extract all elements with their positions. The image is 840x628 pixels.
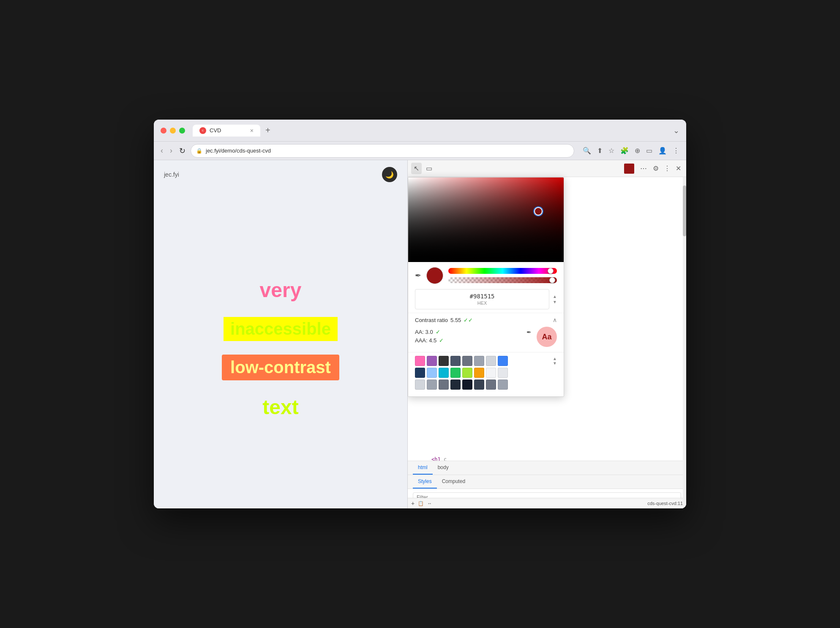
swatch-lime[interactable] [462,368,472,378]
add-styles-button[interactable]: + [411,500,415,507]
new-tab-button[interactable]: + [262,126,274,135]
active-tab[interactable]: c CVD × [193,125,260,137]
address-bar[interactable]: 🔒 jec.fyi/demo/cds-quest-cvd [191,144,574,158]
html-line[interactable]: <h1 c [408,455,686,461]
contrast-expand-button[interactable]: ∧ [553,317,557,323]
swatch-darkgray1[interactable] [450,380,461,390]
aaa-rating: AAA: 4.5 ✓ [415,337,532,344]
minimize-button[interactable] [170,128,176,134]
aa-eyedropper-button[interactable]: ✒ [526,329,532,336]
tab-body[interactable]: body [433,461,454,475]
reload-button[interactable]: ↻ [177,145,187,157]
contrast-details: AA: 3.0 ✓ ✒ AAA: 4.5 ✓ Aa [415,323,557,347]
color-cursor[interactable] [534,207,543,216]
color-picker-popup: ✒ #981515 HEX [408,177,564,397]
search-button[interactable]: 🔍 [581,145,593,156]
chrome-titlebar: c CVD × + ⌄ [154,120,686,142]
inspector-tool-button[interactable]: ↖ [411,163,422,174]
styles-tabs-row: Styles Computed [408,475,686,489]
swatch-gray7[interactable] [486,380,496,390]
swatch-pink[interactable] [415,356,425,366]
swatch-lightgray1[interactable] [486,368,496,378]
swatch-dark1[interactable] [439,356,449,366]
devtools-scrollbar[interactable] [683,177,686,508]
extensions-button[interactable]: 🧩 [619,145,630,156]
device-emulation-button[interactable]: ▭ [423,163,435,174]
swatch-lightgray2[interactable] [498,368,508,378]
swatch-darkgray3[interactable] [474,380,484,390]
profile-button[interactable]: 👤 [657,145,668,156]
contrast-ratings: AA: 3.0 ✓ ✒ AAA: 4.5 ✓ [415,329,532,345]
swatch-scroll-arrows[interactable]: ▲▼ [553,356,557,366]
swatch-blue[interactable] [498,356,508,366]
tab-styles[interactable]: Styles [413,475,437,489]
color-swatch-preview [426,267,443,284]
swatch-lightblue[interactable] [427,368,437,378]
forward-button[interactable]: › [168,145,174,157]
swatch-gray5[interactable] [427,380,437,390]
back-button[interactable]: ‹ [159,145,165,157]
styles-filter-input[interactable] [413,492,681,498]
swatch-darkgray2[interactable] [462,380,472,390]
swatch-gray1[interactable] [462,356,472,366]
source-file-label: cds-quest-cvd:11 [647,501,683,506]
swatch-gray6[interactable] [439,380,449,390]
toggle-changes-button[interactable]: ↔ [427,501,432,506]
chrome-tabs: c CVD × + ⌄ [193,125,679,137]
lock-icon: 🔒 [196,148,202,154]
devtools-more-button[interactable]: ⋯ [638,163,649,174]
aa-pass-icon: ✓ [436,329,440,335]
contrast-ratio-header[interactable]: Contrast ratio 5.55 ✓✓ ∧ [415,317,557,323]
moon-icon: 🌙 [385,171,394,179]
swatch-navy[interactable] [415,368,425,378]
swatch-purple[interactable] [427,356,437,366]
tab-label: CVD [210,127,221,134]
url-text: jec.fyi/demo/cds-quest-cvd [206,147,271,154]
more-tools-button[interactable]: ⊕ [633,145,642,156]
devtools-menu-button[interactable]: ⋮ [662,163,672,174]
swatch-gray8[interactable] [498,380,508,390]
swatch-gray2[interactable] [474,356,484,366]
tab-computed[interactable]: Computed [437,475,470,489]
swatches-row-2 [415,368,557,378]
swatch-gray3[interactable] [486,356,496,366]
extensions-panel-button[interactable]: ▭ [644,145,654,156]
tab-close-button[interactable]: × [250,127,254,134]
hue-slider[interactable] [448,268,557,274]
chrome-actions: 🔍 ⬆ ☆ 🧩 ⊕ ▭ 👤 ⋮ [581,145,681,156]
swatch-dark2[interactable] [450,356,461,366]
maximize-button[interactable] [179,128,185,134]
bookmark-button[interactable]: ☆ [607,145,616,156]
swatch-gray4[interactable] [415,380,425,390]
demo-word-inaccessible: inaccessible [224,317,338,341]
close-button[interactable] [161,128,166,134]
devtools-panel: ↖ ▭ ⋯ ⚙ ⋮ ✕ ✒ [407,160,686,508]
page-demo: very inaccessible low-contrast text [154,189,407,508]
swatch-green[interactable] [450,368,461,378]
eyedropper-button[interactable]: ✒ [415,271,421,280]
demo-word-low-contrast: low-contrast [222,355,339,380]
html-panel: <h1 c <h1 c <h1 c <h1 c ▶<styl [408,452,686,461]
devtools-settings-button[interactable]: ⚙ [651,163,660,174]
color-sliders [448,268,557,283]
aaa-pass-icon: ✓ [439,337,444,344]
share-button[interactable]: ⬆ [595,145,604,156]
hue-slider-thumb[interactable] [548,268,554,274]
new-style-rule-button[interactable]: 📋 [418,501,424,506]
chrome-menu-button[interactable]: ⋮ [671,145,681,156]
chrome-addressbar: ‹ › ↻ 🔒 jec.fyi/demo/cds-quest-cvd 🔍 ⬆ ☆… [154,142,686,160]
alpha-slider-thumb[interactable] [549,277,555,283]
devtools-close-button[interactable]: ✕ [674,163,683,174]
hex-value[interactable]: #981515 [420,293,544,300]
swatch-amber[interactable] [474,368,484,378]
scrollbar-thumb[interactable] [683,186,686,236]
browser-content: jec.fyi 🌙 very inaccessible low-contrast… [154,160,686,508]
tab-html[interactable]: html [413,461,433,475]
tab-list-button[interactable]: ⌄ [673,126,679,135]
dark-mode-toggle[interactable]: 🌙 [382,167,397,182]
color-gradient-canvas[interactable] [408,177,564,262]
swatch-cyan[interactable] [439,368,449,378]
alpha-slider[interactable] [448,277,557,283]
hex-input-wrapper: #981515 HEX [415,289,549,309]
hex-format-arrows[interactable]: ▲ ▼ [553,294,557,304]
